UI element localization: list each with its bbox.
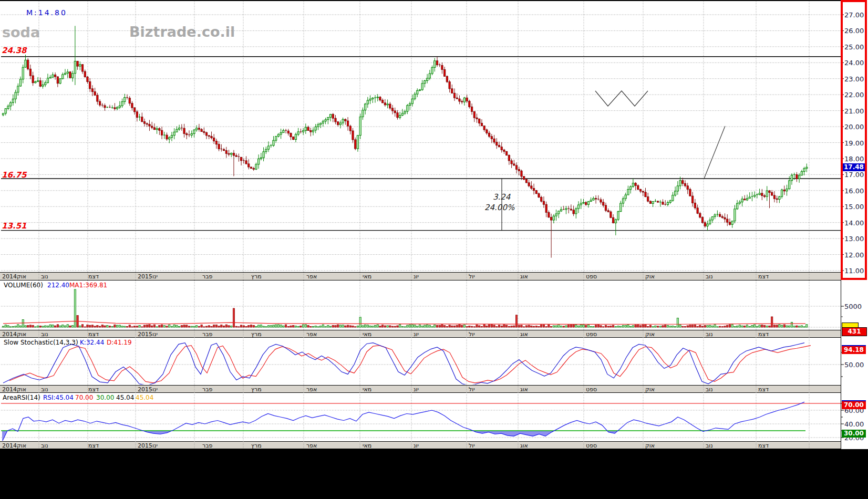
stoch-header-d: D:41.19 [107,339,132,346]
rsi-header-value: RSI:45.04 [43,394,74,401]
rsi-lower-badge: 30.00 [842,430,866,438]
price-axis-label: 22.00 [844,91,864,99]
price-axis-label: 11.00 [844,267,864,275]
last-price-badge: 17.48 [842,163,866,171]
measure-percent-label: 24.00% [484,203,514,212]
price-axis-label: 15.00 [844,203,864,211]
volume-header-name: VOLUME(60) [4,282,43,289]
level-label-1675: 16.75 [2,170,26,180]
rsi-header-lower: 30.00 [96,394,114,401]
rsi-header-upper: 70.00 [75,394,93,401]
price-axis-label: 13.00 [844,235,864,243]
rsi-header-val2: 45.04 [136,394,153,401]
stoch-axis-label: 50.00 [844,361,864,369]
footer-black-area [0,449,868,499]
rsi-header-val1: 45.04 [116,394,134,401]
volume-header-value: 212.40 [47,282,69,289]
measure-value-label: 3.24 [493,192,510,202]
chart-canvas[interactable] [0,0,868,499]
price-axis-label: 18.00 [844,155,864,163]
price-axis-label: 19.00 [844,139,864,147]
price-axis-label: 21.00 [844,107,864,115]
price-axis-label: 24.00 [844,59,864,67]
price-axis-label: 16.00 [844,187,864,195]
rsi-axis-label-40: 40.00 [844,420,864,428]
price-axis-label: 23.00 [844,75,864,83]
price-axis-label: 26.00 [844,27,864,35]
price-axis-label: 17.00 [844,171,864,179]
price-marker-label: M:14.80 [26,8,67,17]
stoch-header-k: K:32.44 [80,339,104,346]
stoch-header-name: Slow Stochastic(14,3,3) [4,339,78,346]
price-axis-label: 27.00 [844,11,864,19]
price-axis-label: 20.00 [844,123,864,131]
volume-value-badge: 431 [842,327,867,336]
biztrade-chart-window: 2014אוקנובדצמ2015ינופברמרץאפרמאייוניולאו… [0,0,868,499]
price-axis-label: 12.00 [844,251,864,259]
axis-divider [841,280,841,449]
level-label-1351: 13.51 [2,221,26,231]
price-axis-label: 25.00 [844,43,864,51]
stoch-value-badge: 94.18 [842,345,866,354]
price-axis-label: 14.00 [844,219,864,227]
rsi-upper-badge: 70.00 [842,400,866,409]
level-label-2438: 24.38 [2,46,26,55]
volume-axis-label: 5000 [844,303,862,310]
volume-header-ma: MA1:369.81 [69,282,107,289]
rsi-header-name: AreaRSI(14) [3,394,40,401]
